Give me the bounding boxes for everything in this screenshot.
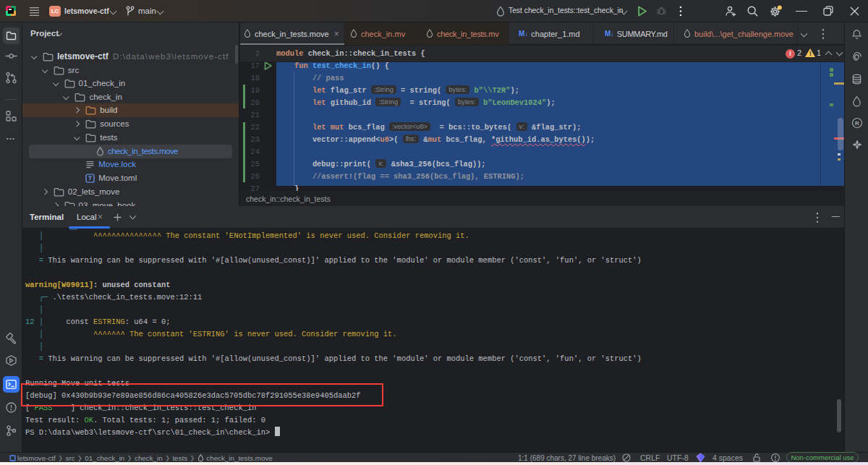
svg-text:R: R bbox=[855, 120, 859, 127]
